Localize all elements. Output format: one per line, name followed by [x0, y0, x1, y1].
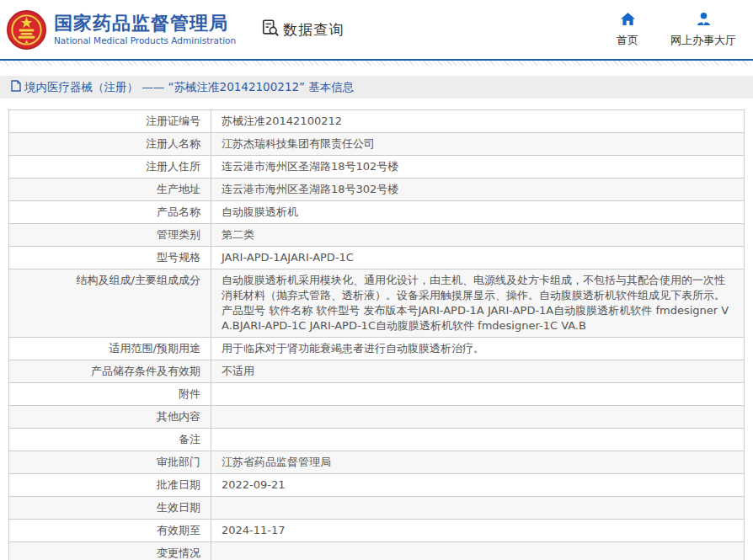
row-label-text: 注册证编号 — [146, 115, 200, 127]
row-label-text: 注册人名称 — [146, 137, 200, 150]
row-label: 注册人名称 — [9, 133, 211, 155]
row-value: 用于临床对于肾功能衰竭患者进行自动腹膜透析治疗。 — [211, 338, 744, 360]
row-value: 江苏杰瑞科技集团有限责任公司 — [211, 133, 744, 155]
row-label-text: 结构及组成/主要组成成分 — [77, 274, 200, 286]
nav-service-hall-label: 网上办事大厅 — [670, 33, 736, 48]
row-value: 自动腹膜透析机采用模块化、通用化设计，由主机、电源线及处方卡组成，不包括与其配合… — [211, 269, 744, 337]
row-value: 连云港市海州区圣湖路18号302号楼 — [211, 179, 744, 200]
row-value: 苏械注准20142100212 — [211, 110, 744, 132]
row-label-text: 管理类别 — [157, 228, 200, 241]
table-row: 产品储存条件及有效期不适用 — [9, 360, 744, 383]
site-header: 国家药品监督管理局 National Medical Products Admi… — [0, 0, 753, 59]
row-label: 型号规格 — [9, 247, 211, 269]
table-row: 变更情况 — [9, 542, 744, 560]
table-row: 批准日期2022-09-21 — [9, 474, 744, 497]
row-value — [211, 429, 744, 451]
row-label: 生产地址 — [9, 179, 211, 200]
nav-home-label: 首页 — [617, 33, 638, 48]
table-row: 型号规格JARI-APD-1AJARI-APD-1C — [9, 247, 744, 269]
row-label: 生效日期 — [9, 497, 211, 519]
row-label: 产品名称 — [9, 201, 211, 223]
row-label-text: 备注 — [179, 433, 200, 445]
row-label-text: 批准日期 — [157, 478, 200, 491]
nav-service-hall[interactable]: 网上办事大厅 — [670, 12, 736, 48]
table-row: 其他内容 — [9, 406, 744, 429]
logo-block: 国家药品监督管理局 National Medical Products Admi… — [7, 10, 236, 50]
row-value: JARI-APD-1AJARI-APD-1C — [211, 247, 744, 269]
row-value: 2024-11-17 — [211, 520, 744, 541]
table-row: 生产地址连云港市海州区圣湖路18号302号楼 — [9, 179, 744, 201]
row-label-text: 有效期至 — [157, 524, 200, 536]
row-label: 注册人住所 — [9, 156, 211, 178]
row-label-text: 适用范围/预期用途 — [109, 342, 200, 355]
data-query-label: 数据查询 — [283, 20, 344, 40]
table-row: 注册证编号苏械注准20142100212 — [9, 110, 744, 133]
nmpa-emblem-logo — [7, 10, 46, 50]
row-value — [211, 406, 744, 428]
row-label: 适用范围/预期用途 — [9, 338, 211, 360]
site-title: 国家药品监督管理局 — [54, 13, 236, 35]
row-label-text: 注册人住所 — [146, 160, 200, 173]
row-label: 结构及组成/主要组成成分 — [9, 269, 211, 337]
table-row: 结构及组成/主要组成成分自动腹膜透析机采用模块化、通用化设计，由主机、电源线及处… — [9, 269, 744, 338]
row-label-text: 产品名称 — [157, 205, 200, 218]
breadcrumb-text: 境内医疗器械（注册） —— “苏械注准20142100212” 基本信息 — [24, 80, 354, 95]
registration-info-table: 注册证编号苏械注准20142100212注册人名称江苏杰瑞科技集团有限责任公司注… — [8, 109, 745, 560]
row-value: 连云港市海州区圣湖路18号102号楼 — [211, 156, 744, 178]
row-value: 自动腹膜透析机 — [211, 201, 744, 223]
row-label-text: 变更情况 — [157, 547, 200, 559]
row-label: 审批部门 — [9, 451, 211, 473]
row-value: 2022-09-21 — [211, 474, 744, 496]
row-label-text: 审批部门 — [157, 456, 200, 468]
site-subtitle: National Medical Products Administration — [54, 35, 236, 46]
user-icon — [696, 12, 712, 33]
data-query-tab[interactable]: 数据查询 — [261, 19, 344, 40]
row-label-text: 其他内容 — [157, 410, 200, 423]
table-row: 备注 — [9, 429, 744, 451]
row-label: 其他内容 — [9, 406, 211, 428]
row-value — [211, 497, 744, 519]
table-row: 注册人住所连云港市海州区圣湖路18号102号楼 — [9, 156, 744, 179]
table-row: 注册人名称江苏杰瑞科技集团有限责任公司 — [9, 133, 744, 156]
row-label-text: 附件 — [179, 387, 200, 400]
row-label: 产品储存条件及有效期 — [9, 360, 211, 382]
title-wrap: 国家药品监督管理局 National Medical Products Admi… — [54, 13, 236, 46]
home-icon — [620, 12, 636, 33]
table-row: 审批部门江苏省药品监督管理局 — [9, 451, 744, 474]
row-value — [211, 383, 744, 405]
row-value: 江苏省药品监督管理局 — [211, 451, 744, 473]
row-label: 有效期至 — [9, 520, 211, 541]
row-label-text: 生效日期 — [157, 501, 200, 514]
table-row: 适用范围/预期用途用于临床对于肾功能衰竭患者进行自动腹膜透析治疗。 — [9, 338, 744, 360]
row-label-text: 型号规格 — [157, 251, 200, 264]
row-value: 不适用 — [211, 360, 744, 382]
row-value: 第二类 — [211, 224, 744, 246]
document-icon — [11, 79, 24, 95]
table-row: 管理类别第二类 — [9, 224, 744, 247]
row-label: 注册证编号 — [9, 110, 211, 132]
table-row: 产品名称自动腹膜透析机 — [9, 201, 744, 224]
hatch-strip — [0, 61, 753, 66]
header-nav: 首页 网上办事大厅 — [617, 12, 736, 48]
breadcrumb: 境内医疗器械（注册） —— “苏械注准20142100212” 基本信息 — [0, 76, 753, 99]
data-query-icon — [261, 19, 283, 40]
row-value — [211, 542, 744, 560]
nav-home[interactable]: 首页 — [617, 12, 638, 48]
row-label: 批准日期 — [9, 474, 211, 496]
row-label: 管理类别 — [9, 224, 211, 246]
table-row: 有效期至2024-11-17 — [9, 520, 744, 542]
table-row: 生效日期 — [9, 497, 744, 520]
row-label-text: 生产地址 — [157, 183, 200, 195]
row-label: 变更情况 — [9, 542, 211, 560]
row-label: 备注 — [9, 429, 211, 451]
row-label: 附件 — [9, 383, 211, 405]
table-row: 附件 — [9, 383, 744, 406]
row-label-text: 产品储存条件及有效期 — [91, 365, 200, 377]
